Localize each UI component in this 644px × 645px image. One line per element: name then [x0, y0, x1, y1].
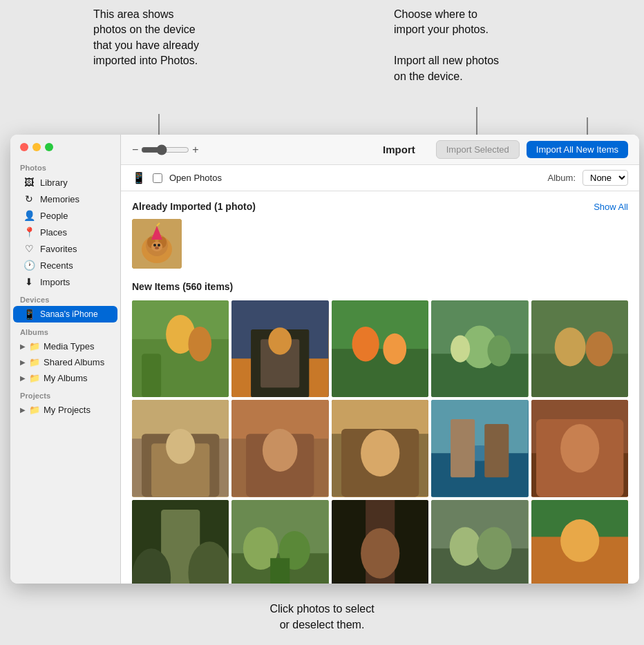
photo-thumb-8[interactable] — [332, 400, 428, 497]
svg-rect-56 — [484, 425, 509, 478]
svg-rect-18 — [142, 354, 161, 397]
svg-point-74 — [361, 528, 399, 579]
photo-thumb-10[interactable] — [531, 400, 628, 497]
zoom-out-button[interactable]: − — [132, 144, 138, 155]
devices-section-label: Devices — [10, 290, 120, 306]
sidebar: Photos 🖼 Library ↻ Memories 👤 People 📍 P… — [10, 135, 121, 584]
already-imported-photo[interactable] — [132, 219, 182, 269]
photo-thumb-14[interactable] — [431, 500, 528, 584]
svg-point-20 — [188, 327, 211, 362]
main-window: Photos 🖼 Library ↻ Memories 👤 People 📍 P… — [10, 135, 639, 584]
svg-rect-55 — [451, 419, 475, 477]
import-body: Already Imported (1 photo) Show All — [121, 191, 639, 584]
svg-point-29 — [383, 334, 406, 365]
right-callout: Choose where to import your photos. Impo… — [394, 7, 546, 84]
svg-point-12 — [158, 244, 160, 247]
chevron-right-icon-4: ▶ — [20, 406, 26, 414]
zoom-controls: − + — [132, 144, 199, 155]
svg-point-60 — [560, 425, 599, 473]
sidebar-item-library[interactable]: 🖼 Library — [13, 174, 117, 191]
albums-section-label: Albums — [10, 322, 120, 338]
already-imported-title: Already Imported (1 photo) — [132, 201, 256, 212]
album-select[interactable]: None — [583, 170, 628, 186]
sidebar-item-memories[interactable]: ↻ Memories — [13, 191, 117, 207]
photo-thumb-6[interactable] — [132, 400, 229, 497]
open-photos-checkbox[interactable] — [153, 173, 162, 183]
sidebar-item-imports[interactable]: ⬇ Imports — [13, 273, 117, 290]
toolbar: − + Import Import Selected Import All Ne… — [121, 135, 639, 165]
svg-point-33 — [451, 336, 470, 363]
dog-thumbnail — [132, 219, 182, 269]
sidebar-item-places[interactable]: 📍 Places — [13, 224, 117, 240]
folder-icon-shared: 📁 — [29, 357, 40, 367]
photo-thumb-12[interactable] — [231, 500, 328, 584]
open-photos-bar: 📱 Open Photos Album: None — [121, 165, 639, 191]
sidebar-item-favorites[interactable]: ♡ Favorites — [13, 240, 117, 257]
iphone-icon: 📱 — [23, 309, 35, 320]
projects-section-label: Projects — [10, 386, 120, 402]
photo-thumb-9[interactable] — [431, 400, 528, 497]
svg-point-34 — [488, 336, 511, 367]
photo-thumb-1[interactable] — [132, 300, 229, 397]
sidebar-item-recents[interactable]: 🕐 Recents — [13, 257, 117, 273]
svg-point-78 — [477, 527, 512, 570]
sidebar-item-device[interactable]: 📱 Sanaa's iPhone — [13, 306, 117, 322]
svg-point-28 — [352, 327, 379, 362]
show-all-link[interactable]: Show All — [594, 202, 628, 212]
album-label: Album: — [548, 173, 576, 183]
photo-thumb-3[interactable] — [332, 300, 428, 397]
svg-point-11 — [153, 244, 156, 247]
photo-thumb-15[interactable] — [531, 500, 628, 584]
svg-rect-27 — [332, 349, 428, 397]
photo-grid — [132, 300, 628, 584]
photo-thumb-13[interactable] — [332, 500, 428, 584]
zoom-in-button[interactable]: + — [192, 144, 198, 155]
memories-icon: ↻ — [23, 193, 35, 204]
window-controls — [10, 135, 120, 158]
svg-point-47 — [263, 430, 298, 472]
library-icon: 🖼 — [23, 177, 35, 188]
close-button[interactable] — [20, 143, 28, 151]
svg-point-38 — [585, 331, 612, 367]
chevron-right-icon: ▶ — [20, 343, 26, 350]
people-icon: 👤 — [23, 210, 35, 221]
zoom-slider[interactable] — [141, 144, 189, 155]
sidebar-item-my-projects[interactable]: ▶ 📁 My Projects — [10, 402, 120, 418]
left-callout: This area shows photos on the device tha… — [93, 7, 252, 69]
already-imported-header: Already Imported (1 photo) Show All — [132, 201, 628, 212]
chevron-right-icon-3: ▶ — [20, 374, 26, 382]
svg-point-51 — [361, 430, 399, 476]
svg-point-77 — [450, 527, 481, 566]
sidebar-item-shared-albums[interactable]: ▶ 📁 Shared Albums — [10, 354, 120, 370]
photos-section-label: Photos — [10, 158, 120, 174]
svg-point-13 — [155, 247, 159, 249]
svg-point-25 — [269, 327, 292, 354]
bottom-callout: Click photos to select or deselect them. — [0, 601, 644, 633]
folder-icon-media: 📁 — [29, 341, 40, 352]
places-icon: 📍 — [23, 227, 35, 238]
sidebar-item-my-albums[interactable]: ▶ 📁 My Albums — [10, 370, 120, 386]
svg-point-82 — [560, 519, 599, 562]
folder-icon-my-albums: 📁 — [29, 373, 40, 383]
chevron-right-icon-2: ▶ — [20, 358, 26, 366]
recents-icon: 🕐 — [23, 260, 35, 271]
import-selected-button[interactable]: Import Selected — [436, 140, 520, 159]
open-photos-label: Open Photos — [169, 173, 222, 183]
photo-thumb-11[interactable] — [132, 500, 229, 584]
sidebar-item-people[interactable]: 👤 People — [13, 207, 117, 224]
main-content-area: − + Import Import Selected Import All Ne… — [121, 135, 639, 584]
maximize-button[interactable] — [45, 143, 53, 151]
new-items-title: New Items (560 items) — [132, 281, 628, 292]
svg-point-43 — [166, 430, 195, 465]
already-imported-grid — [132, 219, 628, 269]
import-all-button[interactable]: Import All New Items — [527, 141, 628, 158]
favorites-icon: ♡ — [23, 243, 35, 254]
svg-rect-49 — [332, 400, 428, 434]
photo-thumb-2[interactable] — [231, 300, 328, 397]
minimize-button[interactable] — [32, 143, 41, 151]
imports-icon: ⬇ — [23, 276, 35, 287]
photo-thumb-5[interactable] — [531, 300, 628, 397]
photo-thumb-7[interactable] — [231, 400, 328, 497]
photo-thumb-4[interactable] — [431, 300, 528, 397]
sidebar-item-media-types[interactable]: ▶ 📁 Media Types — [10, 338, 120, 354]
